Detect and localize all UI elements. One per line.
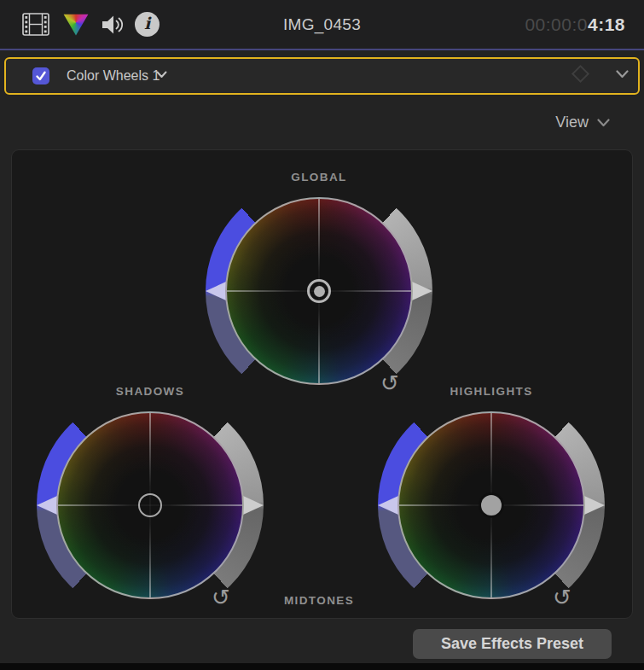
color-puck-highlights[interactable] xyxy=(481,495,502,516)
saturation-pointer[interactable] xyxy=(37,496,57,515)
checkmark-icon xyxy=(35,70,47,82)
effect-name-label[interactable]: Color Wheels 1 xyxy=(67,59,160,93)
saturation-pointer[interactable] xyxy=(378,496,398,515)
save-effects-preset-button[interactable]: Save Effects Preset xyxy=(413,629,612,659)
effect-enable-checkbox[interactable] xyxy=(32,67,49,84)
timecode-display: 00:00:04:18 xyxy=(525,0,625,49)
reset-button-highlights[interactable]: ↺ xyxy=(549,585,575,610)
wheel-highlights: HIGHLIGHTS ↺ xyxy=(378,392,605,619)
bottom-edge-bar xyxy=(0,663,644,670)
top-bar-separator xyxy=(0,49,644,50)
chevron-down-icon[interactable] xyxy=(597,119,610,127)
timecode-bright: 4:18 xyxy=(588,15,625,35)
chevron-down-icon[interactable] xyxy=(616,70,629,79)
color-puck-global[interactable] xyxy=(307,279,331,303)
saturation-pointer[interactable] xyxy=(206,282,226,300)
color-puck-shadows[interactable] xyxy=(138,493,162,517)
keyframe-diamond-icon[interactable] xyxy=(571,65,589,83)
wheel-shadows: SHADOWS ↺ xyxy=(37,392,264,619)
inspector-window: i IMG_0453 00:00:04:18 Color Wheels 1 Vi… xyxy=(0,0,644,670)
wheel-global: GLOBAL ↺ xyxy=(206,178,432,405)
effect-row-color-wheels[interactable]: Color Wheels 1 xyxy=(4,57,640,95)
brightness-pointer[interactable] xyxy=(412,282,432,300)
timecode-dim: 00:00:0 xyxy=(525,15,588,35)
inspector-top-bar: i IMG_0453 00:00:04:18 xyxy=(0,0,644,49)
brightness-pointer[interactable] xyxy=(243,496,264,515)
brightness-pointer[interactable] xyxy=(584,496,605,515)
color-wheels-panel: GLOBAL ↺ SHADOWS ↺ HIGHLIGHTS xyxy=(11,149,633,619)
chevron-down-icon[interactable] xyxy=(156,71,167,79)
view-menu-label[interactable]: View xyxy=(555,114,589,131)
wheel-midtones: MIDTONES xyxy=(206,601,432,619)
view-menu[interactable]: View xyxy=(555,114,610,131)
